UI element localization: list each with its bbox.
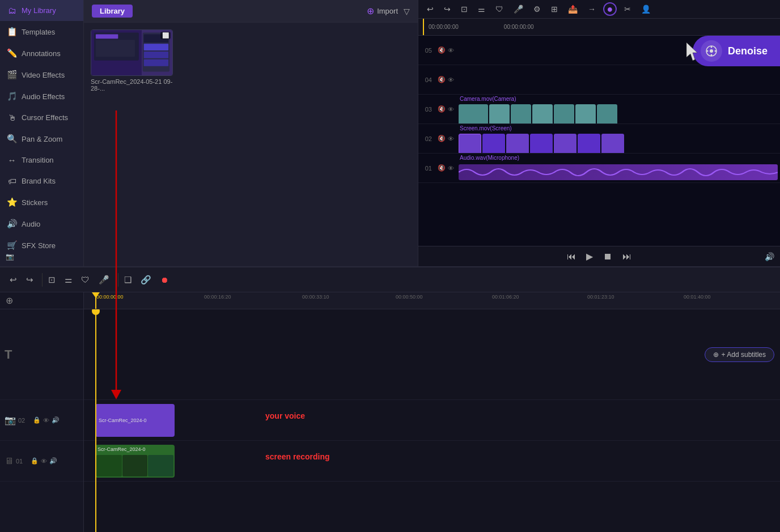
ruler-time-1: 00:00:16:20 xyxy=(204,294,231,300)
tl-shield-btn[interactable]: 🛡 xyxy=(78,273,92,286)
track-03-visible[interactable]: 👁 xyxy=(448,106,454,113)
audio-waveform xyxy=(459,164,778,180)
tl-link-btn[interactable]: 🔗 xyxy=(138,273,154,287)
stop-btn[interactable]: ⏹ xyxy=(603,252,612,262)
svg-point-16 xyxy=(714,50,716,52)
tl-row-subtitles: ⊕ + Add subtitles xyxy=(84,309,780,400)
playhead-vertical-line xyxy=(95,309,96,532)
sidebar-item-label: My Library xyxy=(22,6,56,15)
audio-clip[interactable]: // Generated inline - waveform bars Scr-… xyxy=(95,404,175,437)
cursor-indicator xyxy=(684,41,701,66)
redo-btn[interactable]: ↪ xyxy=(441,3,453,15)
denoise-circle-btn[interactable]: ● xyxy=(603,2,617,16)
next-frame-btn[interactable]: ⏭ xyxy=(622,252,631,262)
timeline-ruler[interactable]: 00:00:00:00 00:00:16:20 00:00:33:10 00:0… xyxy=(84,292,780,309)
playhead-ruler-line xyxy=(95,292,96,309)
sidebar-item-annotations[interactable]: ✏️ Annotations xyxy=(0,42,83,64)
sidebar-item-templates[interactable]: 📋 Templates xyxy=(0,21,83,42)
sidebar-item-label: Transition xyxy=(22,156,54,164)
video-effects-icon: 🎬 xyxy=(7,70,17,80)
sidebar-item-audio[interactable]: 🔊 Audio xyxy=(0,213,83,235)
library-panel: Library ⊕ Import ▽ xyxy=(84,0,418,266)
stickers-icon: ⭐ xyxy=(7,197,17,207)
video-clip[interactable]: Scr-CamRec_2024-0 xyxy=(95,445,175,478)
export-btn[interactable]: 📤 xyxy=(565,3,580,15)
your-voice-label: your voice xyxy=(265,411,305,420)
filter-icon[interactable]: ▽ xyxy=(404,7,410,16)
tl-01-lock[interactable]: 🔒 xyxy=(31,457,39,465)
thumb-corner-icon: ⬜ xyxy=(160,32,171,39)
sidebar-item-cursor-effects[interactable]: 🖱 Cursor Effects xyxy=(0,107,83,128)
trim-btn[interactable]: ⚌ xyxy=(475,3,488,15)
tl-02-eye[interactable]: 👁 xyxy=(43,417,49,424)
cam-clip-3 xyxy=(511,104,531,124)
tl-02-mute[interactable]: 🔊 xyxy=(52,416,60,424)
screenshot-btn[interactable]: 📷 xyxy=(6,253,14,261)
denoise-badge[interactable]: Denoise xyxy=(693,36,780,66)
tl-track-02-row: 📷 02 🔒 👁 🔊 xyxy=(0,400,83,441)
main-area: 🗂 My Library 📋 Templates ✏️ Annotations … xyxy=(0,0,780,266)
track-01-num: 01 xyxy=(425,165,432,172)
import-button[interactable]: ⊕ Import xyxy=(367,6,398,16)
sidebar-item-my-library[interactable]: 🗂 My Library xyxy=(0,0,83,21)
track-02-visible[interactable]: 👁 xyxy=(448,135,454,142)
shield-btn[interactable]: 🛡 xyxy=(493,3,506,15)
tl-mic-btn[interactable]: 🎤 xyxy=(96,273,112,287)
cam-clip-6 xyxy=(575,104,596,124)
add-track-btn[interactable]: ⊕ xyxy=(6,295,13,306)
track-05-visible[interactable]: 👁 xyxy=(448,47,454,54)
add-subtitles-label: + Add subtitles xyxy=(722,351,766,359)
library-tab[interactable]: Library xyxy=(92,5,133,18)
sidebar-item-label: Video Effects xyxy=(22,71,65,79)
add-subtitles-btn[interactable]: ⊕ + Add subtitles xyxy=(705,347,774,362)
preview-top-bar: ↩ ↪ ⊡ ⚌ 🛡 🎤 ⚙ ⊞ 📤 → ● ✂ 👤 xyxy=(418,0,780,19)
timeline-main: 00:00:00:00 00:00:16:20 00:00:33:10 00:0… xyxy=(84,292,780,532)
play-button[interactable]: ▶ xyxy=(586,251,593,262)
split-btn[interactable]: ✂ xyxy=(621,3,634,15)
tl-trim-btn[interactable]: ⚌ xyxy=(62,273,75,287)
thumb-item: ⬜ Scr-CamRec_2024-05-21 09-28-... xyxy=(91,29,173,92)
track-01-visible[interactable]: 👁 xyxy=(448,165,454,172)
timeline-area: ↩ ↪ ⊡ ⚌ 🛡 🎤 ❑ 🔗 ⏺ ⊕ T xyxy=(0,266,780,532)
text-T-icon: T xyxy=(5,347,12,362)
cam-clip-4 xyxy=(532,104,553,124)
tl-01-eye[interactable]: 👁 xyxy=(41,458,47,465)
sidebar-item-video-effects[interactable]: 🎬 Video Effects xyxy=(0,64,83,86)
sidebar-item-pan-zoom[interactable]: 🔍 Pan & Zoom xyxy=(0,128,83,150)
sidebar-item-stickers[interactable]: ⭐ Stickers xyxy=(0,191,83,213)
track-01-icons: 🔇 👁 xyxy=(435,164,456,172)
grid-btn[interactable]: ⊞ xyxy=(548,3,561,15)
tl-02-lock[interactable]: 🔒 xyxy=(33,416,41,424)
track-01-label: 01 xyxy=(418,165,435,172)
track-02-label: 02 xyxy=(418,135,435,142)
library-header: Library ⊕ Import ▽ xyxy=(84,0,418,23)
forward-btn[interactable]: → xyxy=(585,3,599,15)
track-04-mute[interactable]: 🔇 xyxy=(438,76,446,83)
add-person-btn[interactable]: 👤 xyxy=(638,3,654,15)
tl-crop-btn[interactable]: ⊡ xyxy=(42,273,58,287)
tl-record-btn[interactable]: ⏺ xyxy=(158,274,171,286)
track-01-mute[interactable]: 🔇 xyxy=(438,164,446,172)
mic-btn[interactable]: 🎤 xyxy=(511,3,526,15)
plus-circle-icon: ⊕ xyxy=(713,351,719,359)
tl-split-btn[interactable]: ❑ xyxy=(118,273,134,287)
track-03-mute[interactable]: 🔇 xyxy=(438,105,446,113)
sidebar-item-transition[interactable]: ↔ Transition xyxy=(0,150,83,171)
sidebar-item-audio-effects[interactable]: 🎵 Audio Effects xyxy=(0,86,83,107)
thumb-image[interactable]: ⬜ xyxy=(91,29,173,76)
settings-btn[interactable]: ⚙ xyxy=(531,3,544,15)
tl-row-01: Scr-CamRec_2024-0 screen recording xyxy=(84,441,780,482)
crop-btn[interactable]: ⊡ xyxy=(458,3,470,15)
track-02-mute[interactable]: 🔇 xyxy=(438,135,446,142)
volume-btn[interactable]: 🔊 xyxy=(765,252,774,261)
svg-rect-4 xyxy=(96,34,118,39)
tl-redo-btn[interactable]: ↪ xyxy=(23,273,36,287)
annotations-icon: ✏️ xyxy=(7,48,17,58)
undo-btn[interactable]: ↩ xyxy=(424,3,436,15)
sidebar-item-brand-kits[interactable]: 🏷 Brand Kits xyxy=(0,171,83,191)
prev-frame-btn[interactable]: ⏮ xyxy=(567,252,576,262)
tl-undo-btn[interactable]: ↩ xyxy=(7,273,20,287)
track-05-mute[interactable]: 🔇 xyxy=(438,46,446,54)
tl-01-mute[interactable]: 🔊 xyxy=(49,457,57,465)
track-04-visible[interactable]: 👁 xyxy=(448,76,454,83)
